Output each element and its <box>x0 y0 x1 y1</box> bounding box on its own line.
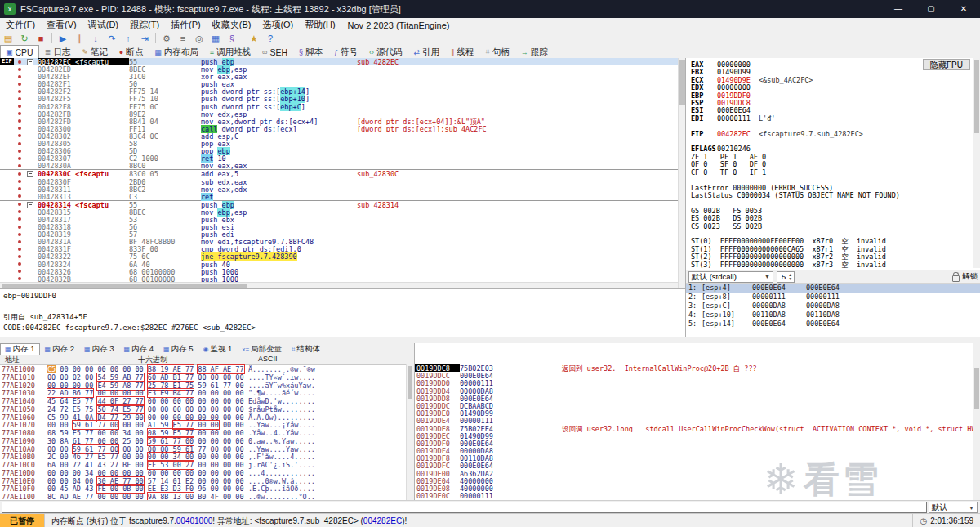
dump-row[interactable]: 77AE10C06A 00 72 41 43 27 BF 00 EF 53 00… <box>0 461 413 469</box>
dump-vscroll-thumb[interactable] <box>408 366 412 399</box>
stack-pane[interactable]: 0019DDC875B02E03返回到 user32.__InternalCal… <box>414 343 980 500</box>
stack-row[interactable]: 0019DDFC000E0E64 <box>415 462 980 469</box>
stack-row[interactable]: 0019DDE001490D99 <box>415 409 980 417</box>
menu-item[interactable]: 收藏夹(B) <box>207 19 257 31</box>
dump-row[interactable]: 77AE101000 00 02 00 54 59 AB 77 60 AD B1… <box>0 373 413 382</box>
dump-tab-locals[interactable]: x=局部变量 <box>237 343 287 355</box>
stack-row[interactable]: 0019DE0840000000 <box>415 485 980 492</box>
dump-tab-memory-4[interactable]: ▦内存 4 <box>119 343 159 355</box>
menu-item[interactable]: 查看(V) <box>41 19 82 31</box>
stack-row[interactable]: 0019DDF400000DA8 <box>415 447 980 454</box>
dump-tab-watch-1[interactable]: ◉监视 1 <box>198 343 238 355</box>
disasm-vscroll-thumb[interactable] <box>679 60 685 105</box>
disasm-row[interactable]: 00428313C3ret <box>0 193 678 200</box>
dump-row[interactable]: 77AE107000 00 59 61 77 00 00 00 A1 59 E5… <box>0 421 413 429</box>
pause-icon[interactable]: ∥ <box>72 33 87 45</box>
dump-tab-memory-3[interactable]: ▦内存 3 <box>79 343 119 355</box>
dump-row[interactable]: 77AE1000C5 00 00 00 00 00 00 00 B8 19 AE… <box>0 365 413 373</box>
disasm-row[interactable]: 0042831957push edi <box>0 230 678 238</box>
tab-source[interactable]: ‹›源代码 <box>363 45 408 58</box>
status-address-link[interactable]: 00401000 <box>176 516 213 525</box>
dump-row[interactable]: 77AE104045 64 E5 77 44 0F 27 77 00 00 00… <box>0 397 413 405</box>
register-line[interactable]: ST(3) FFFF0000000000000000 x87r3 空 inval… <box>691 261 972 269</box>
tab-notes[interactable]: ✎笔记 <box>76 45 114 58</box>
stack-row[interactable]: 0019DDD000000111 <box>415 379 980 386</box>
step-into-icon[interactable]: ↓ <box>88 33 103 45</box>
disasm-row[interactable]: 0042832275 6Cjne fscapture9.7.428390 <box>0 252 678 260</box>
stack-row[interactable]: 0019DDD400000DA8 <box>415 387 980 395</box>
register-line[interactable]: EIP004282EC<fscapture9.7.sub_4282EC> <box>691 131 972 138</box>
dump-vscrollbar[interactable] <box>406 364 413 500</box>
tab-memory-map[interactable]: ▦内存布局 <box>149 45 204 58</box>
script-icon[interactable]: § <box>225 33 239 45</box>
tab-script[interactable]: §脚本 <box>293 45 328 58</box>
disasm-row[interactable]: 004283118BC2mov eax,edx <box>0 185 678 193</box>
disasm-row[interactable]: 0042830C <fscaptu83C0 05add eax,5sub_428… <box>0 169 678 177</box>
disasm-row[interactable]: 00428314 <fscaptu55push ebpsub_428314 <box>0 200 678 208</box>
disasm-row[interactable]: 004283246A 40push 40 <box>0 261 678 268</box>
status-address-link[interactable]: 004282EC <box>363 516 402 525</box>
disasm-row[interactable]: 00428300FF11call dword ptr ds:[ecx][dwor… <box>0 125 678 132</box>
step-out-icon[interactable]: ↑ <box>121 33 136 45</box>
disasm-row[interactable]: 004283158BECmov ebp,esp <box>0 208 678 216</box>
stop-icon[interactable]: ■ <box>33 33 48 45</box>
disasm-row[interactable]: 004282F2FF75 14push dword ptr ss:[ebp+14… <box>0 87 678 95</box>
search-icon[interactable]: ◎ <box>192 33 207 45</box>
dump-tab-memory-5[interactable]: ▦内存 5 <box>158 343 198 355</box>
disasm-row[interactable]: 004282F8FF75 0Cpush dword ptr ss:[ebp+C] <box>0 103 678 110</box>
disasm-row[interactable]: 0042831753push ebx <box>0 216 678 223</box>
argument-row[interactable]: 5:[esp+14]000E0E64000E0E64 <box>686 319 980 328</box>
disasm-row[interactable]: 0042831856push esi <box>0 223 678 230</box>
tab-cpu[interactable]: ▣CPU <box>0 45 39 58</box>
open-folder-icon[interactable]: ▤ <box>1 33 16 45</box>
disasm-row[interactable]: 0042830283C4 0Cadd esp,C <box>0 132 678 140</box>
stack-row[interactable]: 0019DDF0000E0E64 <box>415 440 980 447</box>
tab-breakpoints[interactable]: ●断点 <box>114 45 149 58</box>
command-input[interactable] <box>2 502 927 513</box>
step-over-icon[interactable]: ↷ <box>105 33 119 45</box>
menu-item[interactable]: 帮助(H) <box>299 19 341 31</box>
disasm-row[interactable]: 0042832B68 00100000push 1000 <box>0 275 678 282</box>
disasm-row[interactable]: 0042830558pop eax <box>0 140 678 147</box>
stack-row[interactable]: 0019DDCC000E0E64 <box>415 372 980 379</box>
disasm-row[interactable]: 0042830A8BC0mov eax,eax <box>0 162 678 169</box>
stack-row[interactable]: 0019DDF800110DA8 <box>415 454 980 462</box>
run-icon[interactable]: ▶ <box>56 33 70 45</box>
stack-row[interactable]: 0019DE00A6362DA2 <box>415 470 980 477</box>
disasm-row[interactable]: 004282F5FF75 10push dword ptr ss:[ebp+10… <box>0 95 678 102</box>
tab-threads[interactable]: ∥线程 <box>445 45 480 58</box>
menu-item[interactable]: 文件(F) <box>0 19 41 31</box>
dump-row[interactable]: 77AE109030 8A 61 77 00 00 25 00 59 61 77… <box>0 437 413 445</box>
tab-handles[interactable]: ⌗句柄 <box>480 45 515 58</box>
register-line[interactable]: LastStatus C0000034 (STATUS_OBJECT_NAME_… <box>691 192 972 199</box>
dump-row[interactable]: 77AE105024 72 E5 75 50 74 E5 77 00 00 00… <box>0 405 413 413</box>
registers-vscroll-thumb[interactable] <box>974 60 979 133</box>
register-line[interactable]: CS 0023 SS 002B <box>691 223 972 230</box>
close-button[interactable]: ✕ <box>947 0 980 18</box>
tab-call-stack[interactable]: ≡调用堆栈 <box>204 45 256 58</box>
dump-row[interactable]: 77AE10B02C 00 46 27 E5 77 00 00 00 00 34… <box>0 453 413 461</box>
menu-item[interactable]: 调试(D) <box>82 19 124 31</box>
dump-tab-memory-2[interactable]: ▦内存 2 <box>40 343 80 355</box>
command-profile-select[interactable]: 默认 ▼ <box>929 502 978 513</box>
maximize-button[interactable]: ▢ <box>915 0 947 18</box>
disasm-row[interactable]: 0042831F833F 00cmp dword ptr ds:[edi],0 <box>0 245 678 252</box>
disasm-row[interactable]: 004282EF31C0xor eax,eax <box>0 73 678 80</box>
dump-tab-memory-1[interactable]: ▦内存 1 <box>0 343 40 355</box>
dump-row[interactable]: 77AE10D000 00 00 34 00 00 00 00 00 00 00… <box>0 469 413 477</box>
fold-marker[interactable] <box>27 59 33 65</box>
stack-row[interactable]: 0019DDD8000E0E64 <box>415 395 980 402</box>
argument-row[interactable]: 4:[esp+10]00110DA800110DA8 <box>686 310 980 319</box>
dump-row[interactable]: 77AE10E000 00 04 00 30 AE 77 00 57 14 01… <box>0 477 413 485</box>
dump-row[interactable]: 77AE10A000 00 59 61 77 00 00 00 00 00 59… <box>0 445 413 453</box>
registers-vscrollbar[interactable] <box>973 58 980 268</box>
dump-row[interactable]: 77AE102000 00 00 00 E4 59 A8 77 25 78 E1… <box>0 382 413 390</box>
disasm-row[interactable]: 004282FD8B41 04mov eax,dword ptr ds:[ecx… <box>0 118 678 125</box>
dump-row[interactable]: 77AE103022 AD B6 77 00 00 00 00 E3 E9 B4… <box>0 389 413 397</box>
registers-pane[interactable]: 隐藏FPU EAX00000000EBX01490D99ECX01490D9E<… <box>685 58 980 270</box>
menu-item[interactable]: 插件(P) <box>165 19 207 31</box>
disassembly-pane[interactable]: EIP004282EC <fscaptu55push ebpsub_4282EC… <box>0 58 678 282</box>
dump-row[interactable]: 77AE1060C5 9D 41 0A D4 77 29 00 00 00 00… <box>0 413 413 422</box>
tab-trace[interactable]: →跟踪 <box>515 45 554 58</box>
settings-gear-icon[interactable]: ⚙ <box>159 33 174 45</box>
